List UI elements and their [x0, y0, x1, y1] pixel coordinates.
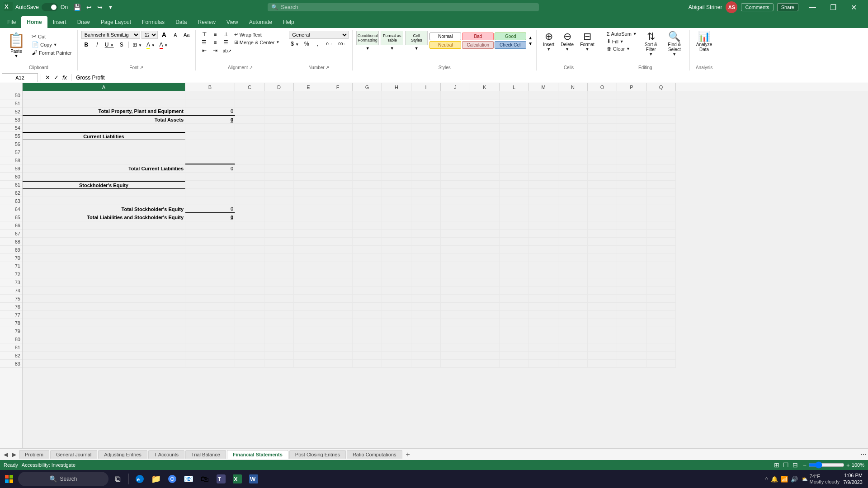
cell-d63[interactable] [264, 197, 294, 205]
tab-page-layout[interactable]: Page Layout [95, 16, 137, 28]
cell-m66[interactable] [529, 221, 558, 230]
cell-j50[interactable] [441, 91, 470, 99]
cell-h58[interactable] [382, 156, 411, 164]
cell-p53[interactable] [617, 116, 646, 124]
cell-q70[interactable] [646, 254, 676, 262]
cell-q65[interactable] [646, 213, 676, 221]
row-num-71[interactable]: 71 [0, 262, 22, 270]
cell-k63[interactable] [470, 197, 500, 205]
cell-c62[interactable] [235, 189, 264, 197]
cell-h79[interactable] [382, 327, 411, 335]
cell-m57[interactable] [529, 148, 558, 156]
network-icon[interactable]: 📶 [781, 476, 788, 483]
cell-n81[interactable] [558, 343, 588, 352]
cell-k76[interactable] [470, 303, 500, 311]
col-header-q[interactable]: Q [646, 83, 676, 91]
cell-g68[interactable] [353, 238, 382, 246]
cell-p50[interactable] [617, 91, 646, 99]
cell-q80[interactable] [646, 335, 676, 343]
cell-j67[interactable] [441, 230, 470, 238]
cell-h68[interactable] [382, 238, 411, 246]
cell-h72[interactable] [382, 270, 411, 278]
cell-g76[interactable] [353, 303, 382, 311]
cell-n79[interactable] [558, 327, 588, 335]
analyze-data-button[interactable]: 📊 AnalyzeData [693, 31, 715, 53]
name-box[interactable] [2, 73, 38, 82]
col-header-d[interactable]: D [264, 83, 294, 91]
row-num-60[interactable]: 60 [0, 173, 22, 181]
row-num-77[interactable]: 77 [0, 311, 22, 319]
cell-e51[interactable] [294, 99, 323, 108]
cell-k59[interactable] [470, 164, 500, 173]
font-size-select[interactable]: 12 [142, 31, 158, 39]
sheet-tab-problem[interactable]: Problem [19, 450, 49, 459]
cell-n53[interactable] [558, 116, 588, 124]
cell-m53[interactable] [529, 116, 558, 124]
cell-j68[interactable] [441, 238, 470, 246]
cell-a80[interactable] [23, 335, 185, 343]
cell-d82[interactable] [264, 352, 294, 360]
align-middle-button[interactable]: ≡ [210, 31, 220, 38]
cell-d73[interactable] [264, 278, 294, 286]
cell-k70[interactable] [470, 254, 500, 262]
cell-e75[interactable] [294, 295, 323, 303]
store-button[interactable]: 🛍 [198, 472, 212, 486]
cell-c60[interactable] [235, 173, 264, 181]
cell-p81[interactable] [617, 343, 646, 352]
cell-o72[interactable] [588, 270, 617, 278]
cell-m80[interactable] [529, 335, 558, 343]
cell-g73[interactable] [353, 278, 382, 286]
cell-i56[interactable] [411, 140, 441, 148]
cell-g69[interactable] [353, 246, 382, 254]
search-input[interactable] [281, 4, 535, 10]
cell-f56[interactable] [323, 140, 353, 148]
cell-m52[interactable] [529, 108, 558, 116]
cell-styles-button[interactable]: CellStyles [405, 31, 428, 45]
cell-f64[interactable] [323, 205, 353, 213]
cell-p57[interactable] [617, 148, 646, 156]
page-break-view-button[interactable]: ⊟ [791, 461, 799, 469]
cell-a56[interactable] [23, 140, 185, 148]
cell-i59[interactable] [411, 164, 441, 173]
cell-o78[interactable] [588, 319, 617, 327]
cell-k66[interactable] [470, 221, 500, 230]
cell-d65[interactable] [264, 213, 294, 221]
cell-q71[interactable] [646, 262, 676, 270]
cell-l62[interactable] [500, 189, 529, 197]
increase-font-size-button[interactable]: A [159, 31, 169, 39]
cell-n54[interactable] [558, 124, 588, 132]
cell-h53[interactable] [382, 116, 411, 124]
cell-c73[interactable] [235, 278, 264, 286]
cell-c55[interactable] [235, 132, 264, 140]
cell-g77[interactable] [353, 311, 382, 319]
cell-a68[interactable] [23, 238, 185, 246]
cell-m77[interactable] [529, 311, 558, 319]
cell-m78[interactable] [529, 319, 558, 327]
cell-f57[interactable] [323, 148, 353, 156]
cell-l74[interactable] [500, 286, 529, 295]
increase-decimal-button[interactable]: .0→ [323, 41, 335, 47]
cell-q57[interactable] [646, 148, 676, 156]
cell-f67[interactable] [323, 230, 353, 238]
cell-i68[interactable] [411, 238, 441, 246]
cell-i53[interactable] [411, 116, 441, 124]
cell-c56[interactable] [235, 140, 264, 148]
cell-l55[interactable] [500, 132, 529, 140]
cell-j79[interactable] [441, 327, 470, 335]
cell-a59[interactable]: Total Current Liabilities [23, 164, 185, 173]
cell-p76[interactable] [617, 303, 646, 311]
cell-n60[interactable] [558, 173, 588, 181]
cell-i76[interactable] [411, 303, 441, 311]
align-top-button[interactable]: ⊤ [199, 31, 209, 38]
cell-g71[interactable] [353, 262, 382, 270]
cell-b77[interactable] [185, 311, 235, 319]
decrease-font-size-button[interactable]: A [170, 32, 180, 38]
cell-l65[interactable] [500, 213, 529, 221]
cell-c57[interactable] [235, 148, 264, 156]
cell-a62[interactable] [23, 189, 185, 197]
cell-p52[interactable] [617, 108, 646, 116]
sheet-tab-ratio-computations[interactable]: Ratio Computations [347, 450, 402, 459]
cell-e53[interactable] [294, 116, 323, 124]
cell-f52[interactable] [323, 108, 353, 116]
cell-a81[interactable] [23, 343, 185, 352]
